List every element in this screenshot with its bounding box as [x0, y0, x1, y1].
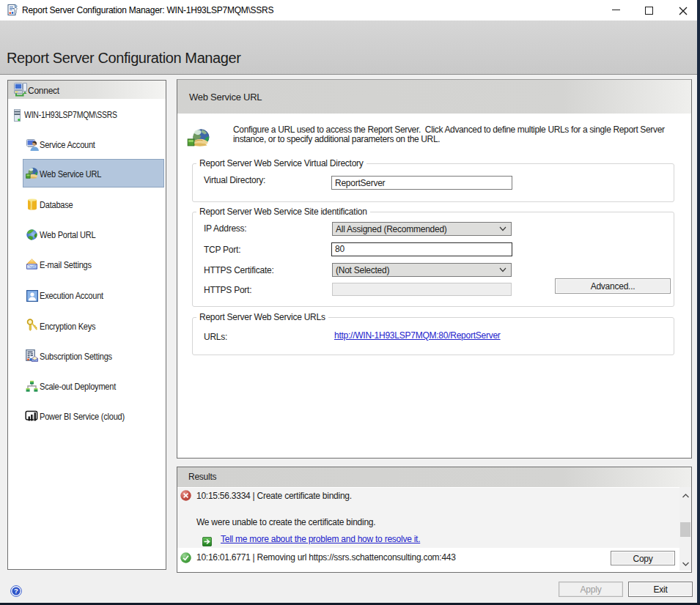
- svg-text:?: ?: [14, 587, 18, 595]
